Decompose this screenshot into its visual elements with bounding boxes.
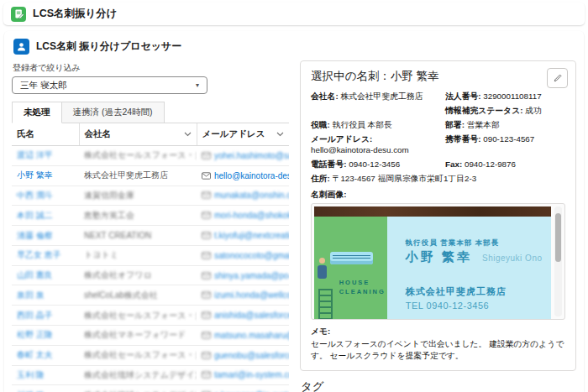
detail-field: 部署: 営業本部 <box>445 120 565 131</box>
row-name-link[interactable]: 渡辺 洋平 <box>17 150 53 159</box>
table-row[interactable]: 西田 晶子 株式会社セールスフォース・ジャパン anishida@salesfo… <box>12 306 289 326</box>
bizcard: HOUSE CLEANING 執行役員 営業本部 本部長 小野 繁幸Shigey… <box>314 217 551 319</box>
row-name-link[interactable]: 春町 太夫 <box>17 350 53 359</box>
page-title: LCS名刺振り分け <box>33 7 118 21</box>
house-cleaning-logo-text: HOUSE CLEANING <box>339 278 386 297</box>
registrant-select-value: 三年 寝太郎 <box>20 80 66 91</box>
row-company: 恵塾方英工会 <box>84 211 134 220</box>
row-name-link[interactable]: 小野 繁幸 <box>17 170 53 180</box>
tab-linked[interactable]: 連携済 (過去24時間) <box>62 102 165 123</box>
row-email-link[interactable]: satonococoto@gmail.com <box>214 251 289 260</box>
table-row[interactable]: 中西 潤斗 遠賀信用金庫 munakata@onshin.com <box>12 186 289 206</box>
cleaner-person-illustration <box>319 258 325 264</box>
selected-card-detail: 選択中の名刺：小野 繁幸 会社名: 株式会社甲斐虎工務店 法人番号: 32900… <box>300 60 576 371</box>
row-email-link[interactable]: izumi.honda@wellcolab.jp <box>214 290 289 300</box>
row-name-link[interactable]: 本田 誠二 <box>17 211 53 220</box>
field-value: 株式会社甲斐虎工務店 <box>340 91 423 101</box>
row-name-link[interactable]: 西田 晶子 <box>17 311 53 320</box>
detail-field: メールアドレス: hello@kainotora-desu.com <box>311 134 437 156</box>
memo-section: メモ: セールスフォースのイベントで出会いました。 建設業の方のようです。 セー… <box>311 326 565 362</box>
detail-field: 住所: 〒123-4567 福岡県宗像市栄町1丁目2-3 <box>311 174 565 185</box>
table-row[interactable]: 松野 正隆 株式会社マネーフォワード matsuno.masaharu@mone… <box>12 326 289 346</box>
row-company: 株式会社琉球システムデザイン <box>84 370 197 379</box>
row-company: 株式会社甲斐虎工務店 <box>84 170 168 180</box>
field-value: 3290001108117 <box>483 91 541 101</box>
photo-scrollbar-thumb[interactable] <box>555 213 561 262</box>
row-name-link[interactable]: 清藤 倫察 <box>17 231 53 240</box>
envelope-icon <box>202 371 211 379</box>
field-value: 〒123-4567 福岡県宗像市栄町1丁目2-3 <box>333 174 477 183</box>
table-row[interactable]: 春町 太夫 株式会社セールスフォース・ジャパン guenobu@salesfor… <box>12 345 289 365</box>
row-email-link[interactable]: t.kiyofuji@nextcreation.design <box>214 231 289 240</box>
row-email-link[interactable]: tamari@in-system.co.jp <box>214 370 289 379</box>
photo-scrollbar[interactable] <box>554 206 562 316</box>
row-company: 株式会社オフワロ <box>84 270 152 280</box>
row-company: NEXT CREATION <box>84 231 151 240</box>
detail-field: 携帯番号: 090-123-4567 <box>445 134 565 156</box>
registrant-filter-label: 登録者で絞り込み <box>13 62 289 74</box>
field-value: 0940-12-9876 <box>465 159 516 169</box>
row-email-link[interactable]: munakata@onshin.com <box>214 191 289 200</box>
table-row[interactable]: 早乙女 恵子 トヨトミ satonococoto@gmail.com <box>12 245 289 265</box>
chevron-down-icon: ▾ <box>196 81 199 89</box>
pencil-icon <box>553 73 563 83</box>
field-label: 電話番号: <box>311 159 346 169</box>
table-row[interactable]: 山田 憲良 株式会社オフワロ shinya.yamada@po-po.net <box>12 265 289 285</box>
row-email-link[interactable]: matsuno.masaharu@moneyforw <box>214 331 289 340</box>
envelope-icon <box>202 352 211 359</box>
business-card-image: HOUSE CLEANING 執行役員 営業本部 本部長 小野 繁幸Shigey… <box>311 203 565 320</box>
field-label: 情報補完ステータス: <box>445 106 522 115</box>
processor-title: LCS名刺 振り分けプロセッサー <box>36 39 181 54</box>
row-name-link[interactable]: 玉利 隆 <box>17 370 45 379</box>
envelope-icon <box>202 172 211 180</box>
registrant-select[interactable]: 三年 寝太郎 ▾ <box>12 76 207 94</box>
sort-chevron-icon[interactable] <box>184 132 192 137</box>
row-name-link[interactable]: 早乙女 恵子 <box>17 250 61 259</box>
business-card-table: 氏名 会社名 メールアドレス <box>12 123 289 392</box>
field-value: 成功 <box>525 106 542 115</box>
business-card-app-icon <box>11 7 26 22</box>
table-row[interactable]: 小野 繁幸 株式会社甲斐虎工務店 hello@kainotora-desu.co… <box>12 165 289 186</box>
row-name-link[interactable]: 山田 憲良 <box>17 270 53 280</box>
row-email-link[interactable]: anishida@salesforce.com <box>214 311 289 320</box>
memo-text: セールスフォースのイベントで出会いました。 建設業の方のようです。 セールスクラ… <box>311 338 565 362</box>
row-email-link[interactable]: yohei.hashimoto@salesforce.com <box>214 151 289 160</box>
detail-fields: 会社名: 株式会社甲斐虎工務店 法人番号: 3290001108117 情報補完… <box>311 91 565 184</box>
table-row[interactable]: 泉田 泉 shelCoLab株式会社 izumi.honda@wellcolab… <box>12 285 289 306</box>
wood-table-background <box>314 206 551 217</box>
table-row[interactable]: 川越 稔 株式会社琉球システムデザイン s-kawagoe@in-system.… <box>12 385 289 392</box>
memo-label: メモ: <box>311 326 565 337</box>
column-header-company[interactable]: 会社名 <box>79 123 197 146</box>
table-row[interactable]: 渡辺 洋平 株式会社セールスフォース・ジャパン yohei.hashimoto@… <box>12 146 289 166</box>
air-conditioner-illustration <box>330 252 373 264</box>
bizcard-tel: TEL 0940-12-3456 <box>406 301 489 311</box>
tab-unprocessed[interactable]: 未処理 <box>12 102 62 123</box>
row-email-link[interactable]: guenobu@salesforce.com <box>214 351 289 360</box>
field-label: Fax: <box>445 159 462 169</box>
row-company: トヨトミ <box>84 250 118 259</box>
table-row[interactable]: 清藤 倫察 NEXT CREATION t.kiyofuji@nextcreat… <box>12 226 289 246</box>
row-company: 遠賀信用金庫 <box>84 191 134 200</box>
field-label: メールアドレス: <box>311 134 372 144</box>
envelope-icon <box>202 332 211 339</box>
column-header-email[interactable]: メールアドレス <box>197 123 289 146</box>
field-label: 会社名: <box>311 91 339 101</box>
row-email-link[interactable]: mori-honda@shokokai.ne.jp <box>214 211 289 220</box>
bizcard-name: 小野 繁幸Shigeyuki Ono <box>406 249 543 265</box>
row-name-link[interactable]: 松野 正隆 <box>17 330 53 339</box>
envelope-icon <box>202 212 211 219</box>
list-tabs: 未処理 連携済 (過去24時間) <box>12 102 289 123</box>
edit-button[interactable] <box>547 68 568 88</box>
row-name-link[interactable]: 泉田 泉 <box>17 290 45 300</box>
row-email-link[interactable]: shinya.yamada@po-po.net <box>214 271 289 280</box>
field-label: 役職: <box>311 120 330 129</box>
column-header-name[interactable]: 氏名 <box>12 123 79 146</box>
sort-chevron-icon[interactable] <box>276 132 284 137</box>
business-card-table-body: 渡辺 洋平 株式会社セールスフォース・ジャパン yohei.hashimoto@… <box>12 146 289 392</box>
table-row[interactable]: 本田 誠二 恵塾方英工会 mori-honda@shokokai.ne.jp <box>12 206 289 226</box>
field-label: 住所: <box>311 174 330 183</box>
detail-field: 会社名: 株式会社甲斐虎工務店 <box>311 91 437 102</box>
row-email-link[interactable]: hello@kainotora-desu.com <box>214 171 289 180</box>
table-row[interactable]: 玉利 隆 株式会社琉球システムデザイン tamari@in-system.co.… <box>12 365 289 385</box>
row-name-link[interactable]: 中西 潤斗 <box>17 191 53 200</box>
